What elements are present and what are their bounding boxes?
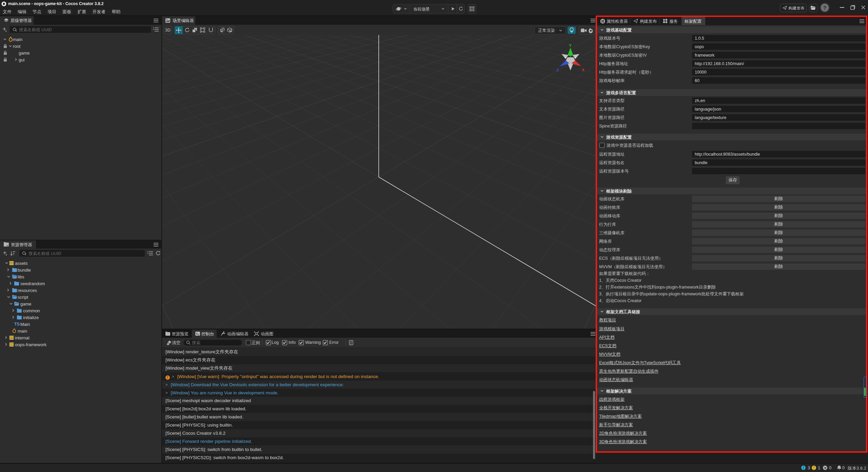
svg-text:Y: Y (569, 43, 572, 47)
svg-text:X: X (582, 68, 585, 72)
svg-text:Z: Z (556, 68, 559, 72)
